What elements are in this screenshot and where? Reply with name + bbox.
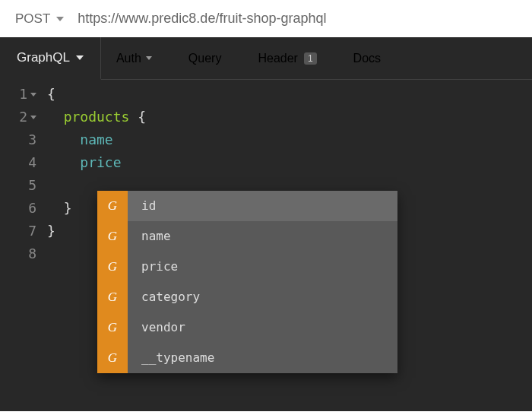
tab-auth[interactable]: Auth xyxy=(101,37,167,79)
autocomplete-item[interactable]: G__typename xyxy=(97,343,397,373)
fold-icon[interactable] xyxy=(30,116,36,119)
code-editor[interactable]: 12345678 { products { name price }} GidG… xyxy=(0,80,532,265)
autocomplete-label: name xyxy=(128,225,171,248)
autocomplete-item[interactable]: Gname xyxy=(97,221,397,252)
line-number: 4 xyxy=(0,151,36,174)
inactive-tabs-row: Auth Query Header 1 Docs xyxy=(101,37,532,80)
autocomplete-item[interactable]: Gprice xyxy=(97,252,397,282)
graphql-type-icon: G xyxy=(97,252,128,282)
request-tabs: GraphQL Auth Query Header 1 Docs xyxy=(0,37,532,80)
autocomplete-label: price xyxy=(128,255,178,278)
tab-label: Auth xyxy=(116,52,141,65)
line-number-gutter: 12345678 xyxy=(0,80,43,265)
graphql-type-icon: G xyxy=(97,221,128,252)
autocomplete-item[interactable]: Gvendor xyxy=(97,312,397,343)
graphql-type-icon: G xyxy=(97,191,128,221)
tab-query[interactable]: Query xyxy=(173,37,237,79)
code-line[interactable]: products { xyxy=(47,106,532,128)
graphql-type-icon: G xyxy=(97,312,128,343)
tab-graphql[interactable]: GraphQL xyxy=(0,37,101,80)
chevron-down-icon xyxy=(146,56,152,60)
tab-label: Docs xyxy=(353,52,381,65)
chevron-down-icon xyxy=(76,55,84,60)
line-number: 5 xyxy=(0,174,36,197)
autocomplete-label: vendor xyxy=(128,316,185,339)
autocomplete-popup: GidGnameGpriceGcategoryGvendorG__typenam… xyxy=(97,191,397,373)
line-number: 1 xyxy=(0,83,36,106)
line-number: 3 xyxy=(0,128,36,151)
tab-header[interactable]: Header 1 xyxy=(242,37,331,79)
graphql-type-icon: G xyxy=(97,343,128,373)
autocomplete-label: category xyxy=(128,286,200,309)
autocomplete-label: id xyxy=(128,195,156,217)
editor-area: GraphQL Auth Query Header 1 Docs 1234567… xyxy=(0,37,532,411)
line-number: 6 xyxy=(0,197,36,220)
code-line[interactable]: name xyxy=(47,128,532,151)
tab-label: Header xyxy=(258,52,297,65)
chevron-down-icon xyxy=(56,17,64,21)
line-number: 7 xyxy=(0,220,36,242)
header-count-badge: 1 xyxy=(304,52,317,65)
tab-label: Query xyxy=(188,52,222,65)
code-line[interactable]: price xyxy=(47,151,532,174)
url-bar: POST xyxy=(0,0,532,37)
tab-docs[interactable]: Docs xyxy=(338,37,396,79)
line-number: 8 xyxy=(0,242,36,265)
autocomplete-label: __typename xyxy=(128,347,214,369)
fold-icon[interactable] xyxy=(30,93,36,97)
tab-label: GraphQL xyxy=(17,50,70,65)
http-method-selector[interactable]: POST xyxy=(15,11,64,27)
http-method-label: POST xyxy=(15,11,50,27)
line-number: 2 xyxy=(0,106,36,128)
autocomplete-item[interactable]: Gcategory xyxy=(97,282,397,312)
autocomplete-item[interactable]: Gid xyxy=(97,191,397,221)
code-line[interactable]: { xyxy=(47,83,532,106)
graphql-type-icon: G xyxy=(97,282,128,312)
url-input[interactable] xyxy=(78,11,517,27)
